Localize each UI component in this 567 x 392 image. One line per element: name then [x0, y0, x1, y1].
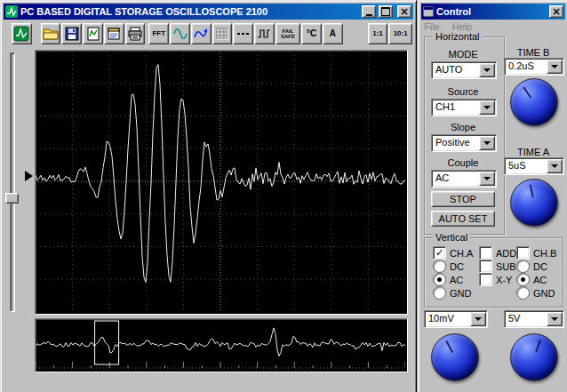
cha-label: CH.A: [450, 248, 473, 259]
dc-label: DC: [533, 261, 547, 272]
vertical-group: Vertical ✓ CH.A DC AC GND ADD SUB X-Y: [424, 237, 564, 308]
time-a-knob[interactable]: [510, 179, 558, 227]
log-button[interactable]: [104, 23, 124, 44]
fft-button[interactable]: FFT: [148, 23, 169, 44]
maximize-button[interactable]: [379, 5, 393, 18]
dotted-line-icon: [236, 27, 251, 41]
auto-set-button[interactable]: AUTO SET: [431, 211, 495, 227]
radio-chb-ac[interactable]: AC: [516, 273, 547, 286]
dotted-line-button[interactable]: [233, 23, 253, 44]
control-close-button[interactable]: ×: [549, 5, 563, 18]
horizontal-group-legend: Horizontal: [433, 31, 483, 42]
control-titlebar[interactable]: Control ×: [421, 4, 565, 20]
mode-select[interactable]: AUTO: [431, 61, 497, 79]
volts-a-knob[interactable]: [431, 333, 479, 381]
sine-wave-icon: [173, 27, 188, 41]
control-title: Control: [436, 6, 547, 17]
square-wave-icon: [257, 27, 271, 41]
gnd-label: GND: [450, 288, 471, 299]
control-icon: [423, 6, 434, 17]
checkbox-cha[interactable]: ✓ CH.A: [433, 246, 473, 260]
ratio-10-1-button[interactable]: 10:1: [388, 23, 412, 44]
smooth-wave-button[interactable]: [191, 23, 212, 44]
print-button[interactable]: [125, 23, 146, 44]
smooth-wave-icon: [194, 27, 208, 41]
time-b-select[interactable]: 0.2uS: [504, 58, 564, 76]
source-value: CH1: [432, 100, 478, 116]
ampere-button[interactable]: A: [323, 23, 343, 44]
trigger-level-cursor[interactable]: [25, 171, 33, 181]
grid-icon: [215, 27, 229, 41]
slope-value: Positive: [432, 135, 478, 151]
square-wave-button[interactable]: [254, 23, 275, 44]
gnd-label: GND: [533, 288, 555, 299]
chevron-down-icon[interactable]: [479, 100, 495, 115]
chevron-down-icon[interactable]: [547, 60, 563, 74]
chevron-down-icon[interactable]: [547, 312, 563, 326]
maximize-icon: [381, 7, 390, 16]
celsius-button[interactable]: °C: [301, 23, 322, 44]
open-button[interactable]: [41, 23, 61, 44]
close-icon: ×: [400, 7, 409, 17]
chevron-down-icon[interactable]: [470, 312, 486, 326]
save-button[interactable]: [61, 23, 82, 44]
overview-display[interactable]: [35, 318, 408, 372]
close-button[interactable]: ×: [397, 5, 411, 18]
export-chart-button[interactable]: [83, 23, 103, 44]
chevron-down-icon[interactable]: [479, 63, 495, 77]
volts-b-value: 5V: [505, 311, 546, 327]
chevron-down-icon[interactable]: [479, 136, 495, 150]
sine-wave-button[interactable]: [170, 23, 190, 44]
couple-select[interactable]: AC: [431, 170, 497, 188]
radio-cha-gnd[interactable]: GND: [433, 286, 471, 300]
time-a-value: 5uS: [505, 158, 546, 174]
radio-cha-dc[interactable]: DC: [433, 260, 464, 273]
minimize-icon: [366, 14, 372, 16]
volts-a-value: 10mV: [425, 311, 469, 327]
time-a-select[interactable]: 5uS: [504, 157, 564, 175]
time-b-knob[interactable]: [510, 78, 558, 126]
offset-slider-track[interactable]: [10, 52, 15, 312]
knob-indicator: [530, 184, 534, 197]
checkbox-icon: [479, 246, 492, 260]
scope-display[interactable]: [35, 50, 408, 315]
radio-icon: [516, 260, 530, 273]
main-toolbar: FFT FAIL SAFE °C A 1:1 10:1: [4, 21, 412, 45]
radio-chb-gnd[interactable]: GND: [516, 286, 555, 300]
notebook-icon: [107, 27, 121, 41]
offset-slider-thumb[interactable]: [5, 193, 19, 204]
volts-a-select[interactable]: 10mV: [424, 310, 488, 328]
chevron-down-icon[interactable]: [479, 172, 495, 186]
knob-indicator: [445, 340, 453, 353]
volts-b-knob[interactable]: [510, 333, 558, 381]
radio-icon: [516, 286, 530, 300]
chevron-down-icon[interactable]: [547, 159, 563, 173]
add-label: ADD: [496, 248, 516, 259]
horizontal-group: Horizontal MODE AUTO Source CH1 Slope Po…: [424, 36, 506, 236]
ac-label: AC: [533, 275, 547, 285]
run-button[interactable]: [12, 23, 32, 44]
main-titlebar[interactable]: PC BASED DIGITAL STORAGE OSCILLOSCOPE 21…: [4, 4, 413, 20]
failsafe-button[interactable]: FAIL SAFE: [276, 23, 300, 44]
ratio-1-1-button[interactable]: 1:1: [368, 23, 388, 44]
source-select[interactable]: CH1: [431, 99, 497, 116]
xy-label: X-Y: [496, 275, 512, 285]
checkbox-xy[interactable]: X-Y: [479, 273, 512, 286]
run-icon: [13, 26, 29, 42]
radio-cha-ac[interactable]: AC: [433, 273, 463, 286]
radio-chb-dc[interactable]: DC: [516, 260, 547, 273]
checkbox-sub[interactable]: SUB: [479, 260, 516, 273]
couple-label: Couple: [426, 157, 500, 168]
minimize-button[interactable]: [362, 5, 376, 18]
volts-b-select[interactable]: 5V: [504, 310, 564, 328]
time-a-label: TIME A: [504, 147, 563, 157]
oscilloscope-window: PC BASED DIGITAL STORAGE OSCILLOSCOPE 21…: [0, 0, 417, 392]
grid-button[interactable]: [212, 23, 233, 44]
checkbox-chb[interactable]: CH.B: [516, 246, 556, 260]
close-icon: ×: [552, 7, 561, 17]
radio-selected-icon: [516, 273, 530, 286]
slope-select[interactable]: Positive: [431, 134, 497, 152]
checkbox-add[interactable]: ADD: [479, 246, 516, 260]
checkbox-icon: [479, 260, 492, 273]
stop-button[interactable]: STOP: [431, 191, 495, 207]
